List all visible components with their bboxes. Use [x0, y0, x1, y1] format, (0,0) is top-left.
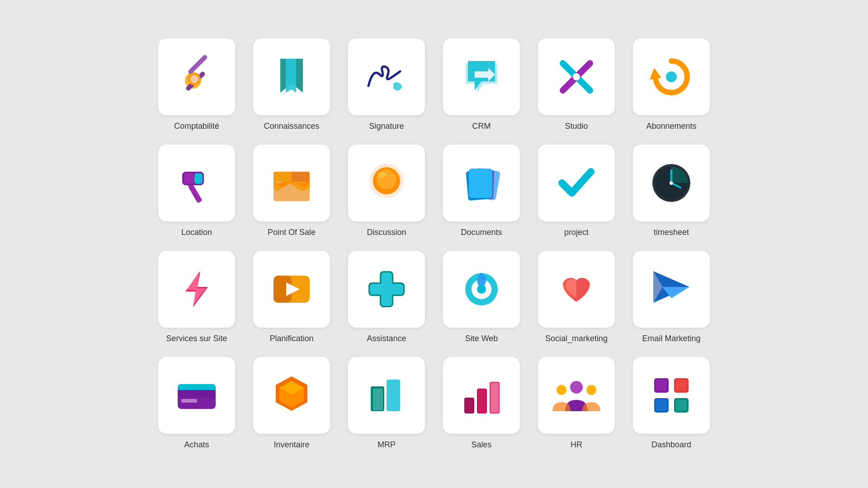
app-location[interactable]: Location [158, 145, 235, 237]
icon-box-achats [158, 357, 235, 434]
app-hr[interactable]: HR [538, 357, 615, 450]
label-project: project [564, 228, 589, 237]
label-connaissances: Connaissances [264, 122, 319, 131]
label-mrp: MRP [377, 440, 396, 450]
svg-rect-65 [491, 383, 499, 413]
icon-box-timesheet [633, 145, 710, 221]
icon-box-sales [443, 357, 520, 434]
app-connaissances[interactable]: Connaissances [253, 38, 330, 131]
app-services-sur-site[interactable]: Services sur Site [158, 251, 235, 343]
label-comptabilite: Comptabilité [174, 122, 219, 131]
app-email-marketing[interactable]: Email Marketing [633, 251, 710, 343]
app-documents[interactable]: Documents [443, 145, 520, 237]
svg-rect-58 [387, 380, 400, 411]
svg-rect-14 [184, 173, 194, 184]
icon-box-hr [538, 357, 615, 434]
app-mrp[interactable]: MRP [348, 357, 425, 450]
icon-box-email-marketing [633, 251, 710, 328]
icon-box-abonnements [633, 38, 710, 115]
svg-rect-75 [656, 400, 667, 411]
svg-point-9 [573, 73, 580, 80]
icon-box-comptabilite [158, 38, 235, 115]
label-social-marketing: Social_marketing [545, 334, 608, 343]
svg-point-67 [557, 385, 566, 395]
icon-box-planification [253, 251, 330, 328]
icon-box-location [158, 145, 235, 221]
app-planification[interactable]: Planification [253, 251, 330, 343]
icon-box-signature [348, 38, 425, 115]
svg-rect-12 [188, 183, 203, 203]
label-studio: Studio [565, 122, 588, 131]
svg-rect-15 [194, 173, 203, 184]
svg-rect-2 [187, 54, 208, 75]
label-location: Location [181, 228, 212, 237]
app-abonnements[interactable]: Abonnements [633, 38, 710, 131]
app-social-marketing[interactable]: Social_marketing [538, 251, 615, 343]
icon-box-inventaire [253, 357, 330, 434]
svg-rect-63 [465, 399, 473, 413]
label-documents: Documents [461, 228, 502, 237]
app-site-web[interactable]: Site Web [443, 251, 520, 343]
svg-point-22 [377, 169, 396, 189]
icon-box-documents [443, 145, 520, 221]
app-grid: Comptabilité Connaissances Signature [140, 20, 728, 468]
label-hr: HR [571, 440, 582, 450]
svg-point-11 [666, 71, 677, 82]
svg-rect-64 [478, 389, 486, 413]
label-planification: Planification [269, 334, 313, 343]
icon-box-social-marketing [538, 251, 615, 328]
label-point-of-sale: Point Of Sale [268, 228, 316, 237]
icon-box-mrp [348, 357, 425, 434]
label-crm: CRM [472, 122, 491, 131]
icon-box-project [538, 145, 615, 221]
label-signature: Signature [369, 122, 404, 131]
label-site-web: Site Web [465, 334, 498, 343]
label-assistance: Assistance [367, 334, 406, 343]
label-services-sur-site: Services sur Site [166, 334, 227, 343]
icon-box-site-web [443, 251, 520, 328]
svg-point-66 [570, 381, 583, 394]
icon-box-point-of-sale [253, 145, 330, 221]
svg-rect-50 [181, 399, 197, 403]
app-point-of-sale[interactable]: Point Of Sale [253, 145, 330, 237]
label-inventaire: Inventaire [274, 440, 309, 450]
app-crm[interactable]: CRM [443, 38, 520, 131]
svg-point-44 [477, 285, 486, 294]
label-email-marketing: Email Marketing [642, 334, 700, 343]
svg-rect-74 [676, 380, 687, 391]
svg-rect-52 [178, 387, 216, 390]
label-discussion: Discussion [367, 228, 406, 237]
svg-point-68 [586, 385, 596, 395]
icon-box-discussion [348, 145, 425, 221]
app-timesheet[interactable]: timesheet [633, 145, 710, 237]
app-project[interactable]: project [538, 145, 615, 237]
svg-rect-27 [469, 169, 492, 198]
icon-box-connaissances [253, 38, 330, 115]
label-dashboard: Dashboard [651, 440, 691, 450]
label-timesheet: timesheet [654, 228, 689, 237]
svg-rect-59 [373, 389, 383, 410]
app-inventaire[interactable]: Inventaire [253, 357, 330, 450]
app-assistance[interactable]: Assistance [348, 251, 425, 343]
svg-point-5 [190, 75, 198, 83]
svg-rect-49 [178, 390, 216, 397]
app-discussion[interactable]: Discussion [348, 145, 425, 237]
app-comptabilite[interactable]: Comptabilité [158, 38, 235, 131]
app-signature[interactable]: Signature [348, 38, 425, 131]
app-dashboard[interactable]: Dashboard [633, 357, 710, 450]
svg-rect-76 [676, 400, 687, 411]
app-studio[interactable]: Studio [538, 38, 615, 131]
icon-box-services-sur-site [158, 251, 235, 328]
icon-box-assistance [348, 251, 425, 328]
icon-box-studio [538, 38, 615, 115]
svg-rect-41 [370, 284, 403, 295]
icon-box-dashboard [633, 357, 710, 434]
svg-rect-19 [274, 172, 292, 182]
app-sales[interactable]: Sales [443, 357, 520, 450]
label-achats: Achats [184, 440, 209, 450]
app-achats[interactable]: Achats [158, 357, 235, 450]
label-abonnements: Abonnements [646, 122, 696, 131]
svg-marker-34 [187, 272, 206, 305]
svg-point-23 [377, 172, 387, 178]
icon-box-crm [443, 38, 520, 115]
